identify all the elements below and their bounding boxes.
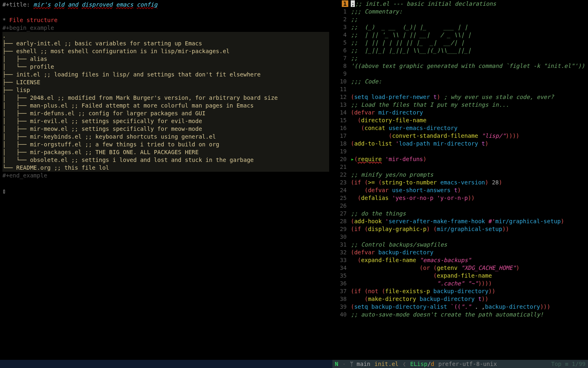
tree-line: │ └── profile — [2, 63, 329, 71]
modeline-dash: - — [342, 360, 345, 368]
code-line[interactable]: (if (not (file-exists-p backup-directory… — [351, 287, 588, 295]
code-line[interactable]: (if (>= (string-to-number emacs-version)… — [351, 179, 588, 186]
tree-line: │ ├── mir-meow.el ;; settings specifical… — [2, 125, 329, 133]
line-number: 3 — [335, 23, 349, 31]
code-line[interactable]: ;; |_||_| |_||_| \\__|(_)\\___||_| — [351, 47, 588, 54]
code-line[interactable]: ;; minify yes/no prompts — [351, 171, 588, 179]
code-line[interactable]: (directory-file-name — [351, 117, 588, 124]
line-number: 31 — [335, 241, 349, 249]
code-line[interactable]: (add-hook 'server-after-make-frame-hook … — [351, 218, 588, 225]
code-line[interactable] — [351, 163, 588, 171]
begin-example: #+begin_example — [2, 24, 335, 32]
tree-line: ├── LICENSE — [2, 79, 329, 86]
code-line[interactable]: ;; — [351, 16, 588, 23]
code-line[interactable]: (defvar mir-directory — [351, 109, 588, 117]
tree-line: │ ├── mir-keybinds.el ;; keyboard shortc… — [2, 133, 329, 141]
modeline: N - ᛘ main init.el ❮ ELisp/d prefer-utf-… — [0, 360, 588, 368]
example-tree-block: .├── early-init.el ;; basic variables fo… — [2, 32, 335, 172]
tree-line: . — [2, 32, 329, 40]
code-line[interactable]: ;;; init.el --- basic initial declaratio… — [351, 0, 588, 8]
line-number: 32 — [335, 249, 349, 256]
buffer-filename: init.el — [374, 360, 399, 368]
code-line[interactable]: ;; do the things — [351, 210, 588, 218]
code-line[interactable]: ;; — [351, 54, 588, 62]
line-number: 28 — [335, 218, 349, 225]
line-number: 34 — [335, 264, 349, 272]
line-number: 10 — [335, 78, 349, 85]
end-example: #+end_example — [2, 172, 335, 180]
current-line-badge: 1 — [342, 0, 348, 7]
code-line[interactable]: (setq backup-directory-alist `(("." . ,b… — [351, 303, 588, 311]
tree-line: └── README.org ;; this file lol — [2, 164, 329, 172]
code-line[interactable]: (or (getenv "XDG_CACHE_HOME") — [351, 264, 588, 272]
line-number: 33 — [335, 256, 349, 264]
line-number: 5 — [335, 39, 349, 47]
tree-line: │ ├── mir-defuns.el ;; config for larger… — [2, 110, 329, 117]
buffer-position: Top ≡ 1/99 — [551, 360, 586, 368]
line-number: 26 — [335, 202, 349, 210]
code-line[interactable]: (if (display-graphic-p) (mir/graphical-s… — [351, 225, 588, 233]
modeline-left-inactive — [0, 360, 332, 368]
code-line[interactable] — [351, 70, 588, 78]
line-number: 15 — [335, 117, 349, 124]
line-number: 11 — [335, 85, 349, 93]
line-number: 14 — [335, 109, 349, 117]
code-line[interactable]: ".cache" "~")))) — [351, 280, 588, 287]
left-pane-readme[interactable]: #+title: mir's old and disproved emacs c… — [0, 0, 335, 360]
code-line[interactable]: ;; Load the files that I put my settings… — [351, 101, 588, 109]
code-line[interactable]: (make-directory backup-directory t)) — [351, 295, 588, 303]
code-line[interactable]: ;; (_) _ __ (_)| |_ ___ | | — [351, 23, 588, 31]
code-line[interactable] — [351, 202, 588, 210]
code-line[interactable]: '((above text graphic generated with com… — [351, 62, 588, 70]
code-line[interactable]: (defalias 'yes-or-no-p 'y-or-n-p)) — [351, 194, 588, 202]
code-line[interactable]: (defvar use-short-answers t) — [351, 186, 588, 194]
file-encoding: prefer-utf-8-unix — [439, 360, 497, 368]
tree-line: │ ├── mir-orgstuff.el ;; a few things i … — [2, 141, 329, 148]
line-number: 1 — [335, 8, 349, 16]
evil-state-indicator: N — [335, 360, 338, 368]
line-number: 35 — [335, 272, 349, 280]
code-area[interactable]: ;;; init.el --- basic initial declaratio… — [349, 0, 588, 360]
code-line[interactable]: ;; auto-save-mode doesn't create the pat… — [351, 311, 588, 319]
line-number: 18 — [335, 140, 349, 148]
code-line[interactable]: ;;; Code: — [351, 78, 588, 85]
line-number: 30 — [335, 233, 349, 241]
code-line[interactable] — [351, 233, 588, 241]
code-line[interactable] — [351, 148, 588, 155]
code-line[interactable]: (setq load-prefer-newer t) ; why ever us… — [351, 93, 588, 101]
tree-line: │ ├── mir-evil.el ;; settings specifical… — [2, 117, 329, 125]
code-line[interactable]: ▸(require 'mir-defuns) — [351, 155, 588, 163]
right-pane-init-el[interactable]: 1 12345678910111213141516171819202122232… — [335, 0, 588, 360]
code-line[interactable] — [351, 85, 588, 93]
line-number-gutter: 1 12345678910111213141516171819202122232… — [335, 0, 349, 360]
line-number: 36 — [335, 280, 349, 287]
line-number: 29 — [335, 225, 349, 233]
org-heading: * File structure — [2, 16, 335, 24]
line-number: 8 — [335, 62, 349, 70]
line-number: 39 — [335, 303, 349, 311]
line-number: 25 — [335, 194, 349, 202]
code-line[interactable]: (expand-file-name — [351, 272, 588, 280]
tree-line: │ ├── 2048.el ;; modified from Mark Burg… — [2, 94, 329, 102]
line-number: 16 — [335, 124, 349, 132]
code-line[interactable]: (concat user-emacs-directory — [351, 124, 588, 132]
line-number: 17 — [335, 132, 349, 140]
heading-marker: * — [2, 17, 9, 23]
point-cursor-left: ▯ — [2, 187, 335, 195]
tree-line: │ ├── mir-packages.el ;; THE BIG ONE. AL… — [2, 148, 329, 156]
code-line[interactable]: ;; | || | | || || |_ _| __/| | — [351, 39, 588, 47]
line-number: 12 — [335, 93, 349, 101]
code-line[interactable]: ;; | || '_ \\ | || __| / _ \\| | — [351, 31, 588, 39]
code-line[interactable]: (convert-standard-filename "lisp/")))) — [351, 132, 588, 140]
code-line[interactable]: ;; Control backups/swapfiles — [351, 241, 588, 249]
code-line[interactable]: (expand-file-name "emacs-backups" — [351, 256, 588, 264]
line-number: 20 — [335, 155, 349, 163]
line-number: 7 — [335, 54, 349, 62]
line-number: 22 — [335, 171, 349, 179]
git-branch: ᛘ main — [350, 360, 370, 368]
code-line[interactable]: (add-to-list 'load-path mir-directory t) — [351, 140, 588, 148]
code-line[interactable]: ;;; Commentary: — [351, 8, 588, 16]
code-line[interactable]: (defvar backup-directory — [351, 249, 588, 256]
line-number: 37 — [335, 287, 349, 295]
tree-line: │ └── obsolete.el ;; settings i loved an… — [2, 156, 329, 164]
